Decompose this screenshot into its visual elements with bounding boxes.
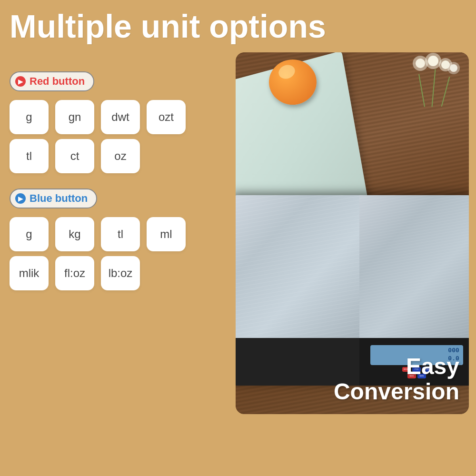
scale-platform-left: [236, 195, 365, 338]
unit-mlik-blue: mlik: [10, 256, 49, 290]
flower-stem-2: [432, 69, 436, 107]
blue-button-label: ▶ Blue button: [10, 188, 97, 208]
unit-g-red: g: [10, 100, 49, 134]
red-arrow-icon: ▶: [15, 76, 26, 87]
red-units-row2: tl ct oz: [10, 139, 219, 173]
red-section: ▶ Red button g gn dwt ozt tl ct oz: [10, 71, 219, 173]
flower-stem-3: [441, 77, 450, 107]
unit-oz-red: oz: [101, 139, 140, 173]
flower-head-4: [450, 64, 457, 72]
flower-head-2: [428, 56, 438, 66]
unit-ml-blue: ml: [147, 217, 186, 251]
flower-decoration: [407, 55, 464, 112]
unit-lboz-blue: lb:oz: [101, 256, 140, 290]
scale-image: 000 0.0 MODE PCS MODE TARE TARE Easy Con…: [236, 52, 469, 414]
unit-kg-blue: kg: [55, 217, 94, 251]
scale-platform-right: [359, 195, 469, 338]
unit-tl-blue: tl: [101, 217, 140, 251]
blue-button-text: Blue button: [30, 192, 88, 205]
blue-section: ▶ Blue button g kg tl ml mlik fl:oz lb:o…: [10, 188, 219, 290]
unit-gn-red: gn: [55, 100, 94, 134]
flower-head-3: [441, 60, 450, 69]
unit-ct-red: ct: [55, 139, 94, 173]
blue-arrow-icon: ▶: [15, 193, 26, 204]
easy-conversion-line1: Easy: [334, 354, 459, 379]
brushed-texture-left: [236, 195, 365, 338]
easy-conversion-line2: Conversion: [334, 379, 459, 405]
unit-ozt-red: ozt: [147, 100, 186, 134]
unit-tl-red: tl: [10, 139, 49, 173]
scale-image-panel: 000 0.0 MODE PCS MODE TARE TARE Easy Con…: [236, 52, 469, 414]
unit-dwt-red: dwt: [101, 100, 140, 134]
orange-fruit: [269, 60, 317, 105]
flower-stem-1: [418, 74, 425, 107]
unit-floz-blue: fl:oz: [55, 256, 94, 290]
easy-conversion-overlay: Easy Conversion: [334, 354, 459, 405]
fruit-highlight: [277, 63, 297, 81]
red-button-label: ▶ Red button: [10, 71, 94, 91]
blue-units-row1: g kg tl ml: [10, 217, 219, 251]
left-panel: ▶ Red button g gn dwt ozt tl ct oz ▶ Blu…: [10, 71, 219, 306]
red-button-text: Red button: [30, 75, 85, 88]
brushed-texture-right: [359, 195, 469, 338]
red-units-row1: g gn dwt ozt: [10, 100, 219, 134]
flower-head-1: [416, 59, 425, 68]
unit-g-blue: g: [10, 217, 49, 251]
blue-units-row2: mlik fl:oz lb:oz: [10, 256, 219, 290]
page-title: Multiple unit options: [10, 9, 326, 44]
